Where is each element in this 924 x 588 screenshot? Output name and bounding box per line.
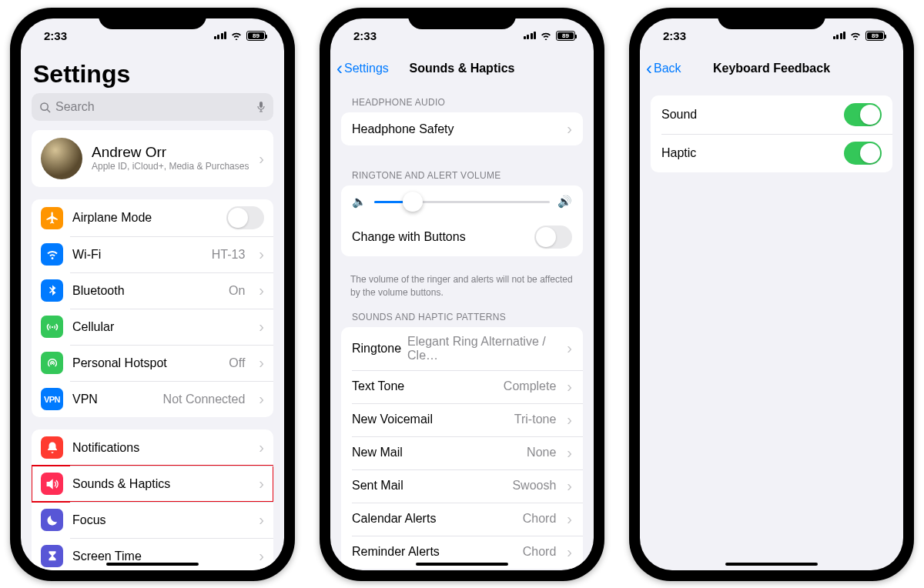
row-sounds-haptics[interactable]: Sounds & Haptics› [32,466,273,502]
row-notifications[interactable]: Notifications› [32,429,273,466]
status-time: 2:33 [353,29,377,42]
chevron-right-icon: › [259,511,264,529]
row-detail: Tri-tone [514,413,557,426]
chevron-right-icon: › [259,354,264,372]
settings-group-attention: Notifications›Sounds & Haptics›Focus›Scr… [32,429,273,570]
row-calendar-alerts[interactable]: Calendar AlertsChord› [341,503,583,536]
row-cellular[interactable]: Cellular› [32,309,273,345]
chevron-right-icon: › [259,547,264,565]
patterns-card: RingtoneElegant Ring Alternative / Cle…›… [341,327,583,569]
chevron-right-icon: › [567,339,572,357]
nav-title: Keyboard Feedback [713,62,830,75]
toggle[interactable] [226,206,264,229]
row-detail: Chord [523,545,557,559]
chevron-right-icon: › [259,439,264,456]
cellular-signal-icon [214,32,227,39]
chevron-right-icon: › [567,444,572,462]
row-headphone-safety[interactable]: Headphone Safety › [341,112,583,145]
row-vpn[interactable]: VPNVPNNot Connected› [32,381,273,417]
profile-sub: Apple ID, iCloud+, Media & Purchases [92,161,249,173]
row-text-tone[interactable]: Text ToneComplete› [341,370,583,403]
cellular-signal-icon [833,32,846,39]
row-airplane-mode[interactable]: Airplane Mode [32,199,273,236]
battery-icon: 89 [865,31,885,41]
avatar [41,138,82,179]
home-indicator[interactable] [725,563,818,566]
row-label: Calendar Alerts [352,512,436,526]
row-change-with-buttons[interactable]: Change with Buttons [341,218,583,256]
notch [718,8,825,29]
svg-point-3 [51,326,52,327]
back-button[interactable]: ‹ Back [646,58,681,79]
section-footer: The volume of the ringer and alerts will… [330,269,594,299]
toggle[interactable] [534,226,572,249]
status-time: 2:33 [44,29,67,42]
row-label: Screen Time [72,550,142,563]
row-label: VPN [72,393,98,406]
chevron-right-icon: › [259,150,264,168]
row-haptic[interactable]: Haptic [651,134,892,172]
back-label: Settings [344,62,389,75]
row-new-mail[interactable]: New MailNone› [341,436,583,469]
bluetooth-icon [41,279,63,302]
screen: 2:33 89 ‹ Settings Sounds & Haptics HEAD… [330,18,594,570]
row-detail: Not Connected [163,393,246,406]
chevron-right-icon: › [259,475,264,493]
screen: 2:33 89 Settings Search Andrew Orr Apple [21,18,284,570]
row-detail: None [527,446,556,459]
notch [99,8,206,29]
row-focus[interactable]: Focus› [32,502,273,538]
row-new-voicemail[interactable]: New VoicemailTri-tone› [341,403,583,436]
wifi-icon [41,243,63,266]
toggle[interactable] [844,142,882,165]
row-label: Change with Buttons [352,230,466,244]
row-detail: HT-13 [212,248,246,262]
chevron-right-icon: › [567,543,572,561]
row-label: Reminder Alerts [352,545,440,559]
row-bluetooth[interactable]: BluetoothOn› [32,272,273,309]
svg-line-1 [47,109,50,112]
chevron-right-icon: › [259,246,264,263]
wifi-icon [849,31,862,40]
row-label: Headphone Safety [352,122,454,136]
row-sound[interactable]: Sound [651,95,892,134]
svg-point-0 [41,102,48,109]
search-input[interactable]: Search [32,93,273,121]
toggle[interactable] [844,103,882,126]
row-ringtone[interactable]: RingtoneElegant Ring Alternative / Cle…› [341,327,583,370]
volume-slider[interactable] [374,201,550,203]
row-label: Haptic [661,146,696,160]
speaker-icon [41,473,63,495]
home-indicator[interactable] [106,563,199,566]
row-detail: Swoosh [512,479,556,493]
section-header: SOUNDS AND HAPTIC PATTERNS [330,299,594,327]
bell-icon [41,436,63,459]
chevron-right-icon: › [567,411,572,429]
row-detail: On [229,284,245,298]
row-sent-mail[interactable]: Sent MailSwoosh› [341,469,583,503]
search-placeholder: Search [55,100,95,114]
phone-sounds-haptics: 2:33 89 ‹ Settings Sounds & Haptics HEAD… [320,8,604,581]
screen: 2:33 89 ‹ Back Keyboard Feedback SoundHa… [640,18,903,570]
back-button[interactable]: ‹ Settings [336,58,389,79]
settings-group-connectivity: Airplane ModeWi-FiHT-13›BluetoothOn›Cell… [32,199,273,417]
row-wi-fi[interactable]: Wi-FiHT-13› [32,236,273,272]
cellular-icon [41,316,63,338]
profile-card[interactable]: Andrew Orr Apple ID, iCloud+, Media & Pu… [32,130,273,187]
row-label: Ringtone [352,342,401,356]
volume-slider-row[interactable]: 🔈 🔊 [341,185,583,218]
nav-bar: ‹ Settings Sounds & Haptics [330,52,594,85]
section-header: RINGTONE AND ALERT VOLUME [330,158,594,185]
battery-icon: 89 [556,31,575,41]
row-label: New Mail [352,446,403,459]
row-label: Personal Hotspot [72,356,167,370]
row-label: Focus [72,513,106,527]
search-icon [39,102,51,113]
row-personal-hotspot[interactable]: Personal HotspotOff› [32,345,273,381]
chevron-left-icon: ‹ [646,58,652,79]
wifi-icon [540,31,552,40]
home-indicator[interactable] [416,563,508,566]
row-detail: Complete [504,379,556,393]
mic-icon[interactable] [256,101,266,113]
page-title: Settings [21,52,284,93]
